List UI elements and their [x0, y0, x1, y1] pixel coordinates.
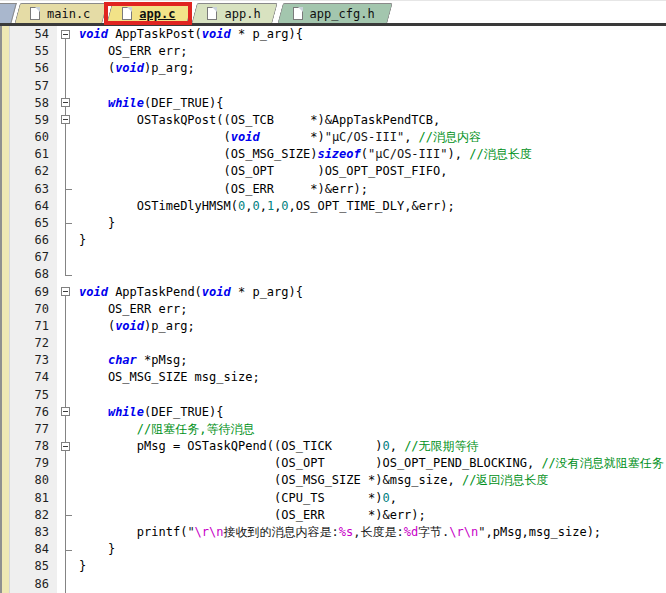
tab-label: app.c [139, 7, 175, 21]
fold-margin [57, 369, 75, 386]
tab-label: app_cfg.h [310, 7, 375, 21]
fold-margin [57, 78, 75, 95]
code-text: } [75, 558, 666, 575]
code-area[interactable]: 54void AppTaskPost(void * p_arg){55 OS_E… [10, 26, 666, 593]
fold-collapse-icon[interactable] [61, 98, 70, 107]
code-line[interactable]: 63 (OS_ERR *)&err); [10, 181, 666, 198]
line-number: 79 [10, 455, 57, 472]
fold-margin [57, 266, 75, 283]
code-line[interactable]: 68 [10, 266, 666, 283]
fold-margin [57, 232, 75, 249]
fold-collapse-icon[interactable] [61, 30, 70, 39]
code-line[interactable]: 72 [10, 335, 666, 352]
code-line[interactable]: 67 [10, 249, 666, 266]
fold-margin [57, 301, 75, 318]
code-line[interactable]: 56 (void)p_arg; [10, 60, 666, 77]
code-text: (OS_OPT )OS_OPT_POST_FIFO, [75, 163, 666, 180]
code-line[interactable]: 70 OS_ERR err; [10, 301, 666, 318]
tab-strip: main.capp.capp.happ_cfg.h [0, 3, 394, 24]
line-number: 78 [10, 438, 57, 455]
code-line[interactable]: 74 OS_MSG_SIZE msg_size; [10, 369, 666, 386]
line-number: 84 [10, 541, 57, 558]
code-line[interactable]: 71 (void)p_arg; [10, 318, 666, 335]
fold-margin [57, 507, 75, 524]
code-line[interactable]: 86 [10, 576, 666, 593]
tab-main-c[interactable]: main.c [17, 3, 105, 24]
code-line[interactable]: 58 while(DEF_TRUE){ [10, 95, 666, 112]
code-text: } [75, 232, 666, 249]
tab-label: main.c [47, 7, 90, 21]
code-line[interactable]: 82 (OS_ERR *)&err); [10, 507, 666, 524]
fold-margin [57, 455, 75, 472]
line-number: 66 [10, 232, 57, 249]
code-line[interactable]: 81 (CPU_TS *)0, [10, 490, 666, 507]
code-line[interactable]: 73 char *pMsg; [10, 352, 666, 369]
code-line[interactable]: 61 (OS_MSG_SIZE)sizeof("µC/OS-III"), //消… [10, 146, 666, 163]
line-number: 75 [10, 387, 57, 404]
line-number: 54 [10, 26, 57, 43]
fold-margin [57, 198, 75, 215]
line-number: 80 [10, 472, 57, 489]
code-line[interactable]: 66} [10, 232, 666, 249]
line-number: 70 [10, 301, 57, 318]
fold-margin[interactable] [57, 404, 75, 421]
fold-margin [57, 249, 75, 266]
line-number: 56 [10, 60, 57, 77]
code-line[interactable]: 64 OSTimeDlyHMSM(0,0,1,0,OS_OPT_TIME_DLY… [10, 198, 666, 215]
fold-margin[interactable] [57, 95, 75, 112]
fold-margin [57, 490, 75, 507]
code-line[interactable]: 79 (OS_OPT )OS_OPT_PEND_BLOCKING, //没有消息… [10, 455, 666, 472]
fold-margin[interactable] [57, 438, 75, 455]
code-text [75, 576, 666, 593]
code-text [75, 335, 666, 352]
fold-collapse-icon[interactable] [61, 115, 70, 124]
code-line[interactable]: 60 (void *)"µC/OS-III", //消息内容 [10, 129, 666, 146]
code-text: (OS_ERR *)&err); [75, 181, 666, 198]
code-line[interactable]: 83 printf("\r\n接收到的消息内容是:%s,长度是:%d字节.\r\… [10, 524, 666, 541]
code-text: while(DEF_TRUE){ [75, 404, 666, 421]
code-line[interactable]: 84 } [10, 541, 666, 558]
line-number: 72 [10, 335, 57, 352]
code-line[interactable]: 59 OSTaskQPost((OS_TCB *)&AppTaskPendTCB… [10, 112, 666, 129]
fold-margin [57, 387, 75, 404]
code-line[interactable]: 75 [10, 387, 666, 404]
tab-app-h[interactable]: app.h [194, 3, 275, 24]
fold-collapse-icon[interactable] [61, 407, 70, 416]
code-text: (OS_MSG_SIZE *)&msg_size, //返回消息长度 [75, 472, 666, 489]
code-line[interactable]: 62 (OS_OPT )OS_OPT_POST_FIFO, [10, 163, 666, 180]
fold-margin [57, 146, 75, 163]
fold-collapse-icon[interactable] [61, 287, 70, 296]
code-line[interactable]: 78 pMsg = OSTaskQPend((OS_TICK )0, //无限期… [10, 438, 666, 455]
code-line[interactable]: 69void AppTaskPend(void * p_arg){ [10, 284, 666, 301]
line-number: 64 [10, 198, 57, 215]
line-number: 59 [10, 112, 57, 129]
code-text [75, 266, 666, 283]
code-line[interactable]: 85} [10, 558, 666, 575]
tab-app_cfg-h[interactable]: app_cfg.h [280, 3, 390, 24]
code-line[interactable]: 55 OS_ERR err; [10, 43, 666, 60]
fold-margin[interactable] [57, 284, 75, 301]
code-line[interactable]: 76 while(DEF_TRUE){ [10, 404, 666, 421]
fold-collapse-icon[interactable] [61, 442, 70, 451]
fold-margin [57, 181, 75, 198]
code-text [75, 78, 666, 95]
fold-margin[interactable] [57, 26, 75, 43]
fold-margin [57, 352, 75, 369]
fold-margin [57, 163, 75, 180]
code-line[interactable]: 57 [10, 78, 666, 95]
fold-margin [57, 215, 75, 232]
file-icon [207, 7, 217, 20]
fold-margin [57, 421, 75, 438]
line-number: 81 [10, 490, 57, 507]
code-line[interactable]: 77 //阻塞任务,等待消息 [10, 421, 666, 438]
code-text: (void *)"µC/OS-III", //消息内容 [75, 129, 666, 146]
code-line[interactable]: 65 } [10, 215, 666, 232]
tab-app-c[interactable]: app.c [109, 3, 190, 24]
line-number: 58 [10, 95, 57, 112]
file-icon [30, 7, 40, 20]
fold-margin[interactable] [57, 112, 75, 129]
code-text: OS_ERR err; [75, 43, 666, 60]
tab-label: app.h [224, 7, 260, 21]
code-line[interactable]: 54void AppTaskPost(void * p_arg){ [10, 26, 666, 43]
code-line[interactable]: 80 (OS_MSG_SIZE *)&msg_size, //返回消息长度 [10, 472, 666, 489]
